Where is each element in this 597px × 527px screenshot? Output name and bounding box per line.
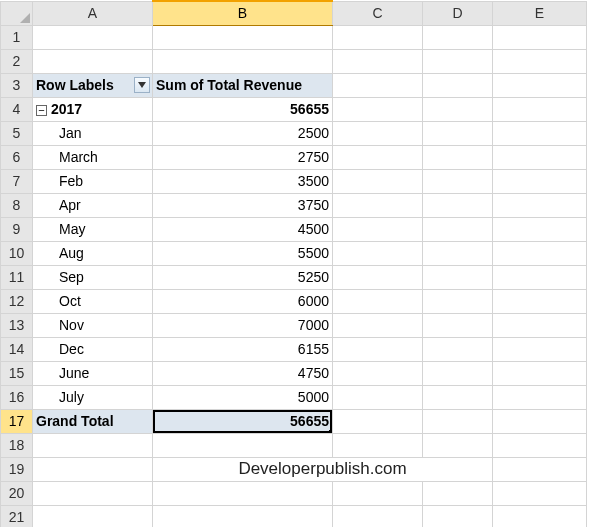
- select-all-corner[interactable]: [1, 1, 33, 25]
- cell-D14[interactable]: [423, 337, 493, 361]
- row-header-12[interactable]: 12: [1, 289, 33, 313]
- row-header-9[interactable]: 9: [1, 217, 33, 241]
- pivot-value-header[interactable]: Sum of Total Revenue: [153, 73, 333, 97]
- cell-B21[interactable]: [153, 505, 333, 527]
- cell-C20[interactable]: [333, 481, 423, 505]
- cell-E7[interactable]: [493, 169, 587, 193]
- cell-C16[interactable]: [333, 385, 423, 409]
- row-header-13[interactable]: 13: [1, 313, 33, 337]
- cell-C13[interactable]: [333, 313, 423, 337]
- cell-C2[interactable]: [333, 49, 423, 73]
- cell-C5[interactable]: [333, 121, 423, 145]
- month-label[interactable]: Oct: [33, 289, 153, 313]
- cell-C10[interactable]: [333, 241, 423, 265]
- month-label[interactable]: Feb: [33, 169, 153, 193]
- cell-D20[interactable]: [423, 481, 493, 505]
- row-header-7[interactable]: 7: [1, 169, 33, 193]
- cell-D7[interactable]: [423, 169, 493, 193]
- cell-D2[interactable]: [423, 49, 493, 73]
- cell-E21[interactable]: [493, 505, 587, 527]
- row-header-2[interactable]: 2: [1, 49, 33, 73]
- column-header-C[interactable]: C: [333, 1, 423, 25]
- month-value[interactable]: 3750: [153, 193, 333, 217]
- cell-D3[interactable]: [423, 73, 493, 97]
- month-value[interactable]: 6155: [153, 337, 333, 361]
- row-header-14[interactable]: 14: [1, 337, 33, 361]
- column-header-E[interactable]: E: [493, 1, 587, 25]
- cell-E3[interactable]: [493, 73, 587, 97]
- row-header-10[interactable]: 10: [1, 241, 33, 265]
- grand-total-label[interactable]: Grand Total: [33, 409, 153, 433]
- filter-dropdown-icon[interactable]: [134, 77, 150, 93]
- cell-C12[interactable]: [333, 289, 423, 313]
- month-label[interactable]: Dec: [33, 337, 153, 361]
- month-label[interactable]: July: [33, 385, 153, 409]
- cell-E9[interactable]: [493, 217, 587, 241]
- grand-total-value[interactable]: 56655: [153, 409, 333, 433]
- cell-C17[interactable]: [333, 409, 423, 433]
- cell-C6[interactable]: [333, 145, 423, 169]
- cell-D12[interactable]: [423, 289, 493, 313]
- month-label[interactable]: Aug: [33, 241, 153, 265]
- cell-E6[interactable]: [493, 145, 587, 169]
- month-value[interactable]: 5250: [153, 265, 333, 289]
- cell-E16[interactable]: [493, 385, 587, 409]
- month-value[interactable]: 2500: [153, 121, 333, 145]
- row-header-17[interactable]: 17: [1, 409, 33, 433]
- cell-C4[interactable]: [333, 97, 423, 121]
- cell-D10[interactable]: [423, 241, 493, 265]
- year-row-label[interactable]: −2017: [33, 97, 153, 121]
- month-value[interactable]: 5500: [153, 241, 333, 265]
- cell-D5[interactable]: [423, 121, 493, 145]
- cell-E19[interactable]: [493, 457, 587, 481]
- cell-C9[interactable]: [333, 217, 423, 241]
- cell-D17[interactable]: [423, 409, 493, 433]
- row-header-15[interactable]: 15: [1, 361, 33, 385]
- cell-C3[interactable]: [333, 73, 423, 97]
- cell-E20[interactable]: [493, 481, 587, 505]
- cell-E11[interactable]: [493, 265, 587, 289]
- cell-D18[interactable]: [423, 433, 493, 457]
- row-header-4[interactable]: 4: [1, 97, 33, 121]
- cell-B18[interactable]: [153, 433, 333, 457]
- cell-C18[interactable]: [333, 433, 423, 457]
- cell-E12[interactable]: [493, 289, 587, 313]
- cell-E17[interactable]: [493, 409, 587, 433]
- cell[interactable]: [33, 457, 153, 481]
- month-label[interactable]: Jan: [33, 121, 153, 145]
- month-label[interactable]: Apr: [33, 193, 153, 217]
- cell-E15[interactable]: [493, 361, 587, 385]
- cell-C8[interactable]: [333, 193, 423, 217]
- spreadsheet-grid[interactable]: ABCDE123Row LabelsSum of Total Revenue4−…: [0, 0, 587, 527]
- month-value[interactable]: 7000: [153, 313, 333, 337]
- cell-C11[interactable]: [333, 265, 423, 289]
- cell-D15[interactable]: [423, 361, 493, 385]
- column-header-B[interactable]: B: [153, 1, 333, 25]
- row-header-18[interactable]: 18: [1, 433, 33, 457]
- month-label[interactable]: March: [33, 145, 153, 169]
- collapse-icon[interactable]: −: [36, 105, 47, 116]
- month-label[interactable]: Sep: [33, 265, 153, 289]
- month-value[interactable]: 4500: [153, 217, 333, 241]
- cell-A20[interactable]: [33, 481, 153, 505]
- row-header-21[interactable]: 21: [1, 505, 33, 527]
- cell-A1[interactable]: [33, 25, 153, 49]
- cell-C21[interactable]: [333, 505, 423, 527]
- cell-D8[interactable]: [423, 193, 493, 217]
- cell-D9[interactable]: [423, 217, 493, 241]
- row-header-3[interactable]: 3: [1, 73, 33, 97]
- cell-E13[interactable]: [493, 313, 587, 337]
- cell-E10[interactable]: [493, 241, 587, 265]
- row-header-11[interactable]: 11: [1, 265, 33, 289]
- cell-C7[interactable]: [333, 169, 423, 193]
- month-value[interactable]: 4750: [153, 361, 333, 385]
- month-value[interactable]: 2750: [153, 145, 333, 169]
- cell-D13[interactable]: [423, 313, 493, 337]
- cell-E14[interactable]: [493, 337, 587, 361]
- cell-A18[interactable]: [33, 433, 153, 457]
- column-header-A[interactable]: A: [33, 1, 153, 25]
- cell-B20[interactable]: [153, 481, 333, 505]
- cell-E1[interactable]: [493, 25, 587, 49]
- cell-C15[interactable]: [333, 361, 423, 385]
- cell-D16[interactable]: [423, 385, 493, 409]
